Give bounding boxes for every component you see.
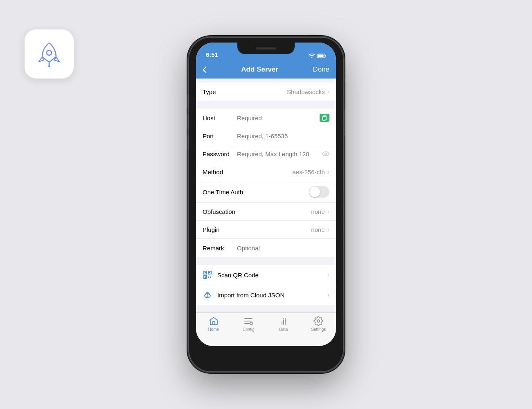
svg-rect-16 <box>212 321 215 325</box>
password-label: Password <box>203 151 235 157</box>
content-area: Type Shadowsocks › Host <box>196 79 336 312</box>
wifi-icon <box>309 53 315 58</box>
svg-point-21 <box>317 320 320 322</box>
settings-icon <box>313 316 323 326</box>
obfuscation-label: Obfuscation <box>203 208 235 215</box>
plugin-row[interactable]: Plugin none › <box>196 221 336 239</box>
one-time-auth-toggle[interactable] <box>309 186 329 198</box>
obfuscation-row[interactable]: Obfuscation none › <box>196 203 336 221</box>
tab-settings-label: Settings <box>311 327 326 332</box>
obfuscation-value: none <box>235 208 325 215</box>
host-input[interactable] <box>235 115 316 121</box>
home-icon <box>209 316 219 326</box>
import-cloud-label: Import from Cloud JSON <box>217 292 325 299</box>
tab-bar: Home Config Data <box>196 312 336 346</box>
svg-rect-11 <box>209 272 210 273</box>
status-icons <box>309 53 326 58</box>
svg-point-1 <box>48 65 50 67</box>
svg-point-0 <box>47 50 52 55</box>
remark-label: Remark <box>203 245 235 252</box>
type-chevron-icon: › <box>327 88 329 95</box>
one-time-auth-label: One Time Auth <box>203 189 248 196</box>
scan-qr-chevron-icon: › <box>327 271 329 279</box>
port-input[interactable] <box>235 133 329 139</box>
plugin-chevron-icon: › <box>327 226 329 234</box>
nav-title: Add Server <box>241 65 278 74</box>
type-value: Shadowsocks <box>235 88 325 95</box>
done-button[interactable]: Done <box>313 65 329 74</box>
import-section: Scan QR Code › Import from Cloud JSON › <box>196 265 336 305</box>
tab-data-label: Data <box>279 327 288 332</box>
import-cloud-row[interactable]: Import from Cloud JSON › <box>196 285 336 305</box>
tab-data[interactable]: Data <box>266 316 301 332</box>
tab-home[interactable]: Home <box>196 316 231 332</box>
server-section: Host Port Password <box>196 109 336 257</box>
paste-button[interactable] <box>320 114 329 122</box>
notch-speaker <box>256 47 276 49</box>
plugin-label: Plugin <box>203 226 235 233</box>
svg-rect-13 <box>205 276 206 278</box>
method-chevron-icon: › <box>327 169 329 176</box>
host-row: Host <box>196 109 336 127</box>
eye-icon[interactable] <box>322 151 329 158</box>
phone-frame: 6:51 Add Server D <box>188 37 344 372</box>
password-row: Password <box>196 145 336 163</box>
one-time-auth-row: One Time Auth <box>196 181 336 203</box>
obfuscation-chevron-icon: › <box>327 208 329 216</box>
battery-icon <box>317 54 326 58</box>
tab-config-label: Config <box>243 327 255 332</box>
svg-rect-9 <box>205 272 206 273</box>
cloud-icon <box>203 290 212 300</box>
port-row: Port <box>196 127 336 145</box>
data-icon <box>279 316 289 326</box>
svg-point-6 <box>322 152 329 156</box>
scan-qr-label: Scan QR Code <box>217 272 325 279</box>
method-label: Method <box>203 169 235 175</box>
section-gap-1 <box>196 101 336 105</box>
toggle-knob <box>309 187 320 197</box>
section-gap-2 <box>196 257 336 261</box>
method-value: aes-256-cfb <box>235 169 325 175</box>
notch <box>237 43 295 54</box>
phone-screen: 6:51 Add Server D <box>196 43 336 346</box>
app-icon <box>25 29 74 79</box>
config-icon <box>243 316 253 326</box>
scan-qr-row[interactable]: Scan QR Code › <box>196 265 336 285</box>
svg-point-7 <box>325 153 327 155</box>
bottom-gap <box>196 305 336 312</box>
type-row[interactable]: Type Shadowsocks › <box>196 83 336 101</box>
qr-icon <box>203 270 212 280</box>
remark-input[interactable] <box>235 245 329 252</box>
tab-home-label: Home <box>208 327 219 332</box>
method-row[interactable]: Method aes-256-cfb › <box>196 163 336 181</box>
port-label: Port <box>203 133 235 139</box>
remark-row: Remark <box>196 239 336 257</box>
password-input[interactable] <box>235 151 319 157</box>
tab-settings[interactable]: Settings <box>301 316 336 332</box>
type-label: Type <box>203 88 235 95</box>
type-section: Type Shadowsocks › <box>196 83 336 101</box>
svg-rect-4 <box>318 54 324 57</box>
svg-rect-3 <box>325 55 326 56</box>
back-button[interactable] <box>203 66 207 73</box>
tab-config[interactable]: Config <box>231 316 266 332</box>
host-label: Host <box>203 115 235 121</box>
status-time: 6:51 <box>206 51 218 58</box>
svg-point-17 <box>250 322 252 325</box>
nav-bar: Add Server Done <box>196 61 336 79</box>
import-cloud-chevron-icon: › <box>327 291 329 299</box>
plugin-value: none <box>235 226 325 233</box>
